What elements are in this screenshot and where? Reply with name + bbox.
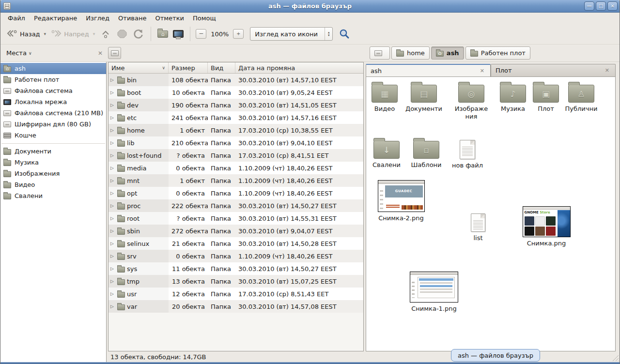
sidebar-place-item[interactable]: ash [0,63,106,74]
places-header[interactable]: Места ∨ ✕ [0,49,108,57]
file-item[interactable]: list [460,213,496,242]
name-cell[interactable]: ▷ lib [108,136,169,149]
name-cell[interactable]: ▷ boot [108,86,169,99]
name-cell[interactable]: ▷ root [108,212,169,225]
back-button[interactable]: Назад ▾ [4,27,48,42]
menu-item[interactable]: Редактиране [30,13,81,23]
expander-icon[interactable]: ▷ [110,203,115,208]
computer-button[interactable] [170,28,186,40]
table-row[interactable]: ▷ selinux 21 обекта Папка 30.03.2010 (вт… [108,237,363,250]
places-dropdown-icon[interactable]: ∨ [29,51,32,56]
name-cell[interactable]: ▷ tmp [108,275,169,288]
expander-icon[interactable]: ▷ [110,216,115,221]
sidebar-place-item[interactable]: Файлова система (210 MB) [0,107,106,119]
table-row[interactable]: ▷ sbin 272 обекта Папка 30.03.2010 (вт) … [108,225,363,237]
table-row[interactable]: ▷ mnt 1 обект Папка 1.10.2009 (чт) 18,40… [108,174,363,187]
name-cell[interactable]: ▷ lost+found [108,149,169,162]
name-cell[interactable]: ▷ sys [108,262,169,275]
file-item[interactable]: Документи [405,81,442,113]
sidebar-place-item[interactable]: Документи [0,146,106,157]
sidebar-place-item[interactable]: Работен плот [0,74,106,85]
path-button[interactable] [370,46,390,60]
name-cell[interactable]: ▷ home [108,124,169,136]
file-item[interactable]: GUADEC Снимка-2.png [377,180,425,222]
maximize-button[interactable]: □ [596,1,606,11]
path-button[interactable]: Работен плот [465,46,530,60]
file-item[interactable]: Музика [495,81,531,113]
home-button[interactable]: ⌂ [155,28,170,40]
forward-dropdown-icon[interactable]: ▾ [93,31,95,36]
file-item[interactable]: Плот [527,81,564,113]
file-item[interactable]: Свалени [368,137,405,169]
search-button[interactable] [339,28,350,40]
menu-item[interactable]: Отметки [151,13,188,23]
sidebar-place-item[interactable]: Музика [0,157,106,168]
table-row[interactable]: ▷ srv 0 обекта Папка 1.10.2009 (чт) 18,4… [108,250,363,262]
table-row[interactable]: ▷ etc 241 обекта Папка 30.03.2010 (вт) 1… [108,111,363,124]
sidebar-place-item[interactable]: Кошче [0,130,106,141]
stop-button[interactable] [114,26,130,42]
tab-close-icon[interactable]: ✕ [604,67,611,74]
name-cell[interactable]: ▷ bin [108,74,169,86]
menu-item[interactable]: Отиване [114,13,151,23]
table-row[interactable]: ▷ var 20 обекта Папка 30.03.2010 (вт) 14… [108,300,363,313]
expander-icon[interactable]: ▷ [110,254,115,258]
file-item[interactable]: нов файл [449,137,486,169]
resize-grip[interactable] [612,354,619,361]
reload-button[interactable] [130,26,147,42]
close-button[interactable]: ✕ [607,1,618,11]
table-row[interactable]: ▷ sys 11 обекта Папка 30.03.2010 (вт) 14… [108,262,363,275]
column-header-size[interactable]: Размер [169,62,208,73]
table-row[interactable]: ▷ bin 108 обекта Папка 30.03.2010 (вт) 1… [108,74,363,86]
name-cell[interactable]: ▷ etc [108,111,169,124]
name-cell[interactable]: ▷ media [108,162,169,174]
view-mode-select[interactable]: Изглед като икони ▴▾ [250,27,333,41]
table-row[interactable]: ▷ root ? обекта Папка 30.03.2010 (вт) 14… [108,212,363,225]
expander-icon[interactable]: ▷ [110,140,115,145]
expander-icon[interactable]: ▷ [110,228,115,233]
file-item[interactable]: GNOME Store Снимка.png [522,206,571,247]
sidebar-place-item[interactable]: Файлова система [0,85,106,96]
column-header-name[interactable]: Име∨ [108,62,169,73]
column-header-type[interactable]: Вид [208,62,235,73]
sidebar-place-item[interactable]: Локална мрежа [0,96,106,107]
file-item[interactable]: Изображения [453,81,490,121]
name-cell[interactable]: ▷ selinux [108,237,169,250]
menu-item[interactable]: Изглед [81,13,114,23]
path-button[interactable]: ash [431,46,464,60]
table-row[interactable]: ▷ proc 222 обекта Папка 30.03.2010 (вт) … [108,199,363,212]
expander-icon[interactable]: ▷ [110,178,115,183]
table-row[interactable]: ▷ tmp 13 обекта Папка 30.03.2010 (вт) 15… [108,275,363,288]
tab[interactable]: ash ✕ [366,64,491,76]
forward-button[interactable]: Напред ▾ [48,27,97,42]
spinner-icon[interactable]: ▴▾ [325,28,333,40]
table-row[interactable]: ▷ boot 10 обекта Папка 30.03.2010 (вт) 9… [108,86,363,99]
name-cell[interactable]: ▷ proc [108,199,169,212]
zoom-in-button[interactable]: ＋ [233,29,244,39]
expander-icon[interactable]: ▷ [110,77,115,82]
expander-icon[interactable]: ▷ [110,103,115,107]
file-item[interactable]: Публични [563,81,600,113]
expander-icon[interactable]: ▷ [110,291,115,296]
name-cell[interactable]: ▷ usr [108,288,169,300]
expander-icon[interactable]: ▷ [110,279,115,284]
up-button[interactable] [97,26,114,42]
expander-icon[interactable]: ▷ [110,115,115,120]
sidebar-place-item[interactable]: Видео [0,179,106,190]
expander-icon[interactable]: ▷ [110,153,115,158]
places-close-icon[interactable]: ✕ [96,49,104,57]
tab[interactable]: Плот ✕ [491,64,616,76]
name-cell[interactable]: ▷ srv [108,250,169,262]
icon-view[interactable]: Видео Документи Изображения Музика Плот … [366,76,616,351]
path-button[interactable]: home [391,46,430,60]
table-row[interactable]: ▷ lost+found ? обекта Папка 17.03.2010 (… [108,149,363,162]
sidebar-place-item[interactable]: Свалени [0,190,106,201]
name-cell[interactable]: ▷ sbin [108,225,169,237]
expander-icon[interactable]: ▷ [110,166,115,170]
sidebar-place-item[interactable]: Изображения [0,168,106,179]
titlebar[interactable]: ash — файлов браузър — □ ✕ [0,0,620,13]
table-row[interactable]: ▷ opt 0 обекта Папка 1.10.2009 (чт) 18,4… [108,187,363,199]
menu-item[interactable]: Помощ [188,13,220,23]
menu-item[interactable]: Файл [3,13,30,23]
expander-icon[interactable]: ▷ [110,191,115,196]
